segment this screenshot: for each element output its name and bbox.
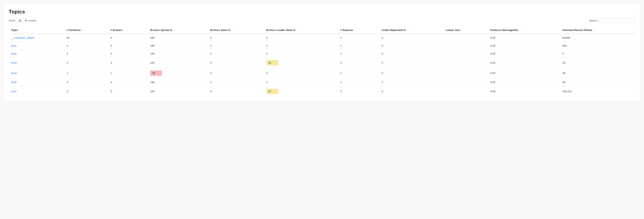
topic-link[interactable]: test2 — [11, 52, 17, 55]
cell-under-replicated: 0 — [379, 42, 444, 50]
cell-brokers-leader-skew: 33 — [264, 58, 338, 68]
cell-replicas: 3 — [338, 58, 379, 68]
cell-topic: __consumer_offsets — [9, 34, 64, 42]
cell-brokers-leader-skew: 0 — [264, 42, 338, 50]
cell-brokers-leader-skew: 0 — [264, 50, 338, 58]
cell-leader-size — [444, 68, 488, 78]
highlight-yellow: 33 — [266, 60, 278, 66]
cell-brokers-spread: 33 — [148, 68, 208, 78]
topic-link[interactable]: test1 — [11, 44, 17, 47]
topics-table: Topic ↑↓ # Partitions ↑↓ # Brokers ↑↓ Br… — [9, 26, 635, 96]
cell-brokers-spread: 100 — [148, 50, 208, 58]
cell-brokers-spread: 100 — [148, 42, 208, 50]
toolbar: Show 102550100 entries Search: — [9, 18, 635, 23]
cell-producer-msg: 0.00 — [488, 58, 560, 68]
cell-producer-msg: 0.00 — [488, 34, 560, 42]
cell-brokers: 3 — [108, 50, 148, 58]
cell-brokers-spread: 100 — [148, 34, 208, 42]
show-label: Show — [9, 19, 15, 22]
cell-partitions: 3 — [64, 50, 108, 58]
entries-label: entries — [29, 19, 36, 22]
highlight-yellow: 33 — [266, 89, 278, 94]
topic-link[interactable]: test7 — [11, 90, 17, 93]
cell-summed-offsets: 40 — [560, 68, 635, 78]
col-brokers: # Brokers ↑↓ — [108, 26, 148, 34]
cell-leader-size — [444, 42, 488, 50]
cell-brokers-spread: 100 — [148, 58, 208, 68]
topic-link[interactable]: __consumer_offsets — [11, 36, 34, 39]
cell-replicas: 1 — [338, 34, 379, 42]
table-header-row: Topic ↑↓ # Partitions ↑↓ # Brokers ↑↓ Br… — [9, 26, 635, 34]
sort-icon-under-replicated[interactable]: ↑↓ — [408, 29, 409, 31]
topic-link[interactable]: test3 — [11, 61, 17, 64]
cell-partitions: 3 — [64, 42, 108, 50]
cell-under-replicated: 0 — [379, 68, 444, 78]
cell-topic: test4 — [9, 68, 64, 78]
sort-icon-summed-offsets[interactable]: ↑↓ — [594, 29, 596, 31]
cell-brokers: 3 — [108, 42, 148, 50]
cell-partitions: 3 — [64, 58, 108, 68]
cell-replicas: 2 — [338, 86, 379, 96]
cell-brokers: 1 — [108, 68, 148, 78]
cell-brokers-skew: 0 — [208, 42, 264, 50]
table-row: test13310000100.00684 — [9, 42, 635, 50]
cell-under-replicated: 0 — [379, 58, 444, 68]
cell-brokers-skew: 0 — [208, 58, 264, 68]
col-brokers-spread: Brokers Spread % ↑↓ — [148, 26, 208, 34]
highlight-red: 33 — [150, 70, 162, 76]
sort-icon-brokers-skew[interactable]: ↑↓ — [232, 29, 234, 31]
cell-brokers-skew: 0 — [208, 86, 264, 96]
cell-brokers-skew: 0 — [208, 78, 264, 86]
show-entries-control: Show 102550100 entries — [9, 18, 36, 23]
col-topic: Topic ↑↓ — [9, 26, 64, 34]
cell-brokers: 3 — [108, 86, 148, 96]
col-replicas: # Replicas ↑↓ — [338, 26, 379, 34]
sort-icon-partitions[interactable]: ↑↓ — [82, 29, 84, 31]
sort-icon-topic[interactable]: ↑↓ — [19, 29, 21, 31]
cell-producer-msg: 0.00 — [488, 50, 560, 58]
search-input[interactable] — [600, 18, 635, 23]
cell-producer-msg: 0.00 — [488, 78, 560, 86]
col-summed-offsets: Summed Recent Offsets ↑↓ — [560, 26, 635, 34]
cell-under-replicated: 0 — [379, 86, 444, 96]
col-leader-size: Leader Size ↑↓ — [444, 26, 488, 34]
topic-link[interactable]: test4 — [11, 72, 17, 74]
cell-brokers-leader-skew: 33 — [264, 86, 338, 96]
cell-summed-offsets: 64,845 — [560, 34, 635, 42]
cell-topic: test2 — [9, 50, 64, 58]
sort-icon-brokers-leader-skew[interactable]: ↑↓ — [297, 29, 299, 31]
table-row: test733100033200.00100,121 — [9, 86, 635, 96]
sort-icon-brokers[interactable]: ↑↓ — [124, 29, 126, 31]
cell-under-replicated: 0 — [379, 50, 444, 58]
cell-summed-offsets: 90 — [560, 78, 635, 86]
table-row: __consumer_offsets50310000100.0064,845 — [9, 34, 635, 42]
cell-topic: test3 — [9, 58, 64, 68]
topic-link[interactable]: test5 — [11, 81, 17, 84]
cell-leader-size — [444, 78, 488, 86]
cell-producer-msg: 0.00 — [488, 42, 560, 50]
cell-brokers: 3 — [108, 78, 148, 86]
cell-summed-offsets: 5 — [560, 50, 635, 58]
sort-icon-brokers-spread[interactable]: ↑↓ — [174, 29, 176, 31]
cell-brokers: 3 — [108, 34, 148, 42]
cell-replicas: 1 — [338, 68, 379, 78]
table-row: test333100033300.0043 — [9, 58, 635, 68]
cell-leader-size — [444, 50, 488, 58]
cell-producer-msg: 0.00 — [488, 86, 560, 96]
cell-brokers-spread: 100 — [148, 78, 208, 86]
col-producer-msg: Producer Message/Sec ↑↓ — [488, 26, 560, 34]
cell-summed-offsets: 43 — [560, 58, 635, 68]
sort-icon-replicas[interactable]: ↑↓ — [354, 29, 356, 31]
col-brokers-skew: Brokers Skew % ↑↓ — [208, 26, 264, 34]
cell-leader-size — [444, 86, 488, 96]
table-row: test53310000100.0090 — [9, 78, 635, 86]
sort-icon-leader-size[interactable]: ↑↓ — [462, 29, 464, 31]
cell-under-replicated: 0 — [379, 78, 444, 86]
table-row: test23310000100.005 — [9, 50, 635, 58]
page-title: Topics — [9, 9, 635, 15]
cell-brokers-leader-skew: 0 — [264, 34, 338, 42]
entries-select[interactable]: 102550100 — [16, 18, 28, 23]
sort-icon-producer-msg[interactable]: ↑↓ — [520, 29, 522, 31]
main-container: Topics Show 102550100 entries Search: To… — [4, 4, 640, 101]
search-box: Search: — [589, 18, 635, 23]
